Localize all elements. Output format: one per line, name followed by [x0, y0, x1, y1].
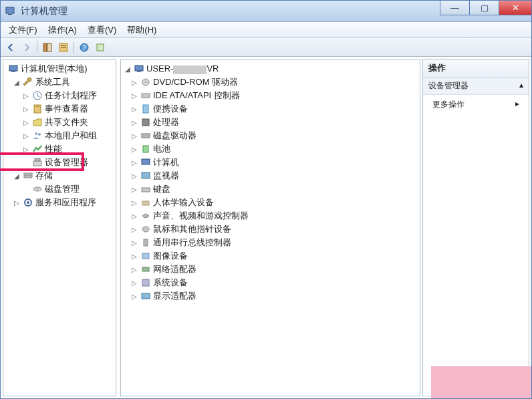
tree-task-sched[interactable]: ▷ 任务计划程序	[5, 89, 114, 102]
menu-view[interactable]: 查看(V)	[82, 23, 122, 37]
expand-icon[interactable]: ▷	[130, 172, 138, 180]
device-root-label: USER-VR	[146, 63, 219, 74]
actions-header: 操作	[423, 59, 529, 78]
svg-rect-6	[61, 47, 66, 48]
svg-rect-17	[33, 161, 41, 166]
device-category[interactable]: ▷IDE ATA/ATAPI 控制器	[122, 89, 418, 102]
device-category[interactable]: ▷网络适配器	[122, 263, 418, 276]
expand-icon[interactable]: ▷	[22, 132, 30, 140]
expand-icon[interactable]: ▷	[130, 253, 138, 260]
device-label: 监视器	[153, 170, 179, 182]
menu-help[interactable]: 帮助(H)	[122, 23, 162, 37]
device-icon	[140, 117, 151, 128]
expand-icon[interactable]: ▷	[22, 92, 30, 100]
nav-tree: 计算机管理(本地) ◢ 系统工具 ▷ 任务计划程序 ▷ 事件查看器	[3, 59, 116, 212]
svg-rect-30	[143, 105, 148, 113]
tree-device-manager[interactable]: 设备管理器	[5, 156, 114, 169]
actions-section[interactable]: 设备管理器 ▴	[423, 78, 529, 95]
device-category[interactable]: ▷系统设备	[122, 276, 418, 289]
shared-folder-icon	[32, 117, 43, 128]
expand-icon[interactable]: ▷	[130, 186, 138, 193]
svg-rect-0	[6, 7, 14, 13]
svg-rect-1	[8, 14, 12, 15]
device-category[interactable]: ▷通用串行总线控制器	[122, 236, 418, 249]
device-category[interactable]: ▷人体学输入设备	[122, 196, 418, 209]
expand-icon[interactable]: ▷	[130, 279, 138, 287]
tree-shared-folders[interactable]: ▷ 共享文件夹	[5, 116, 114, 129]
maximize-button[interactable]: ▢	[469, 1, 499, 15]
expand-icon[interactable]: ▷	[130, 199, 138, 207]
tree-label: 计算机管理(本地)	[21, 63, 88, 75]
expand-icon[interactable]: ▷	[130, 239, 138, 247]
expand-icon[interactable]: ▷	[130, 132, 138, 140]
collapse-icon[interactable]: ◢	[13, 79, 21, 86]
device-category[interactable]: ▷监视器	[122, 169, 418, 182]
svg-rect-18	[35, 158, 40, 161]
refresh-button[interactable]	[93, 40, 108, 55]
menu-file[interactable]: 文件(F)	[3, 23, 43, 37]
expand-icon[interactable]: ▷	[22, 106, 30, 113]
device-root[interactable]: ◢ USER-VR	[122, 62, 418, 76]
expand-icon[interactable]: ▷	[130, 159, 138, 166]
tree-services-apps[interactable]: ▷ 服务和应用程序	[5, 196, 114, 209]
computer-icon	[134, 63, 144, 74]
show-hide-tree-button[interactable]	[40, 40, 55, 55]
svg-rect-5	[61, 45, 66, 46]
device-category[interactable]: ▷磁盘驱动器	[122, 129, 418, 142]
collapse-icon[interactable]: ◢	[124, 65, 132, 73]
expand-icon[interactable]: ▷	[22, 119, 30, 126]
tree-disk-mgmt[interactable]: 磁盘管理	[5, 182, 114, 196]
device-category[interactable]: ▷DVD/CD-ROM 驱动器	[122, 76, 418, 89]
toolbar-separator	[74, 41, 74, 53]
device-category[interactable]: ▷便携设备	[122, 102, 418, 116]
properties-button[interactable]	[56, 40, 71, 55]
expand-icon[interactable]: ▷	[130, 79, 138, 86]
expand-icon[interactable]: ▷	[130, 119, 138, 126]
device-category[interactable]: ▷键盘	[122, 182, 418, 196]
expand-icon[interactable]: ▷	[130, 106, 138, 113]
collapse-icon[interactable]: ◢	[13, 172, 21, 180]
expand-icon[interactable]: ▷	[130, 266, 138, 273]
minimize-button[interactable]: —	[440, 1, 470, 15]
expand-icon[interactable]: ▷	[22, 146, 30, 153]
expand-icon[interactable]: ▷	[130, 226, 138, 233]
device-category[interactable]: ▷电池	[122, 142, 418, 156]
device-category[interactable]: ▷鼠标和其他指针设备	[122, 223, 418, 236]
device-category[interactable]: ▷显示适配器	[122, 289, 418, 303]
tree-root[interactable]: 计算机管理(本地)	[5, 62, 114, 76]
tree-perf[interactable]: ▷ 性能	[5, 142, 114, 156]
forward-button[interactable]	[19, 40, 34, 55]
tree-system-tools[interactable]: ◢ 系统工具	[5, 76, 114, 89]
right-pane: 操作 设备管理器 ▴ 更多操作 ▸	[422, 59, 529, 396]
svg-rect-42	[142, 279, 149, 286]
app-icon	[5, 5, 17, 17]
device-icon	[140, 264, 151, 275]
device-category[interactable]: ▷声音、视频和游戏控制器	[122, 209, 418, 223]
menu-action[interactable]: 操作(A)	[43, 23, 82, 37]
tree-event-viewer[interactable]: ▷ 事件查看器	[5, 102, 114, 116]
tree-label: 存储	[35, 170, 53, 182]
actions-more[interactable]: 更多操作 ▸	[423, 95, 529, 114]
help-button[interactable]: ?	[77, 40, 92, 55]
device-category[interactable]: ▷图像设备	[122, 249, 418, 263]
tree-storage[interactable]: ◢ 存储	[5, 169, 114, 182]
expand-icon[interactable]: ▷	[13, 199, 21, 207]
tree-label: 系统工具	[35, 76, 70, 88]
expand-icon[interactable]: ▷	[130, 146, 138, 153]
device-label: 网络适配器	[153, 263, 196, 275]
svg-rect-34	[142, 159, 150, 164]
expand-icon[interactable]: ▷	[130, 213, 138, 220]
svg-rect-35	[142, 172, 150, 178]
device-tree: ◢ USER-VR ▷DVD/CD-ROM 驱动器▷IDE ATA/ATAPI …	[121, 59, 420, 305]
svg-rect-11	[11, 72, 15, 72]
device-category[interactable]: ▷计算机	[122, 156, 418, 169]
close-button[interactable]: ✕	[499, 1, 532, 15]
expand-icon[interactable]: ▷	[130, 293, 138, 300]
svg-rect-29	[142, 94, 150, 98]
expand-icon[interactable]: ▷	[130, 92, 138, 100]
tree-local-users[interactable]: ▷ 本地用户和组	[5, 129, 114, 142]
device-icon	[140, 130, 151, 141]
device-icon	[140, 184, 151, 194]
back-button[interactable]	[3, 40, 18, 55]
device-category[interactable]: ▷处理器	[122, 116, 418, 129]
